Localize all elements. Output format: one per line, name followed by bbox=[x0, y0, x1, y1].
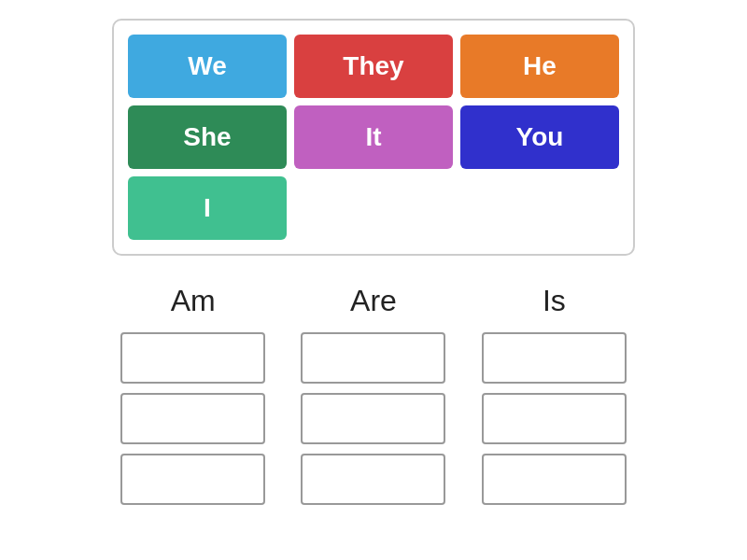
sorting-area: Am Are Is bbox=[112, 284, 635, 505]
pronoun-they[interactable]: They bbox=[294, 35, 453, 98]
column-are-header: Are bbox=[350, 284, 397, 318]
pronoun-we[interactable]: We bbox=[128, 35, 287, 98]
column-are: Are bbox=[292, 284, 454, 505]
pronoun-i[interactable]: I bbox=[128, 176, 287, 240]
drop-box-are-3[interactable] bbox=[301, 454, 445, 505]
column-is-header: Is bbox=[543, 284, 566, 318]
pronoun-he[interactable]: He bbox=[460, 35, 619, 98]
column-am-header: Am bbox=[171, 284, 216, 318]
pronoun-you[interactable]: You bbox=[460, 105, 619, 169]
pronoun-she[interactable]: She bbox=[128, 105, 287, 169]
drop-box-are-1[interactable] bbox=[301, 332, 445, 384]
drop-box-am-2[interactable] bbox=[120, 393, 265, 444]
column-am: Am bbox=[112, 284, 274, 505]
drop-box-am-1[interactable] bbox=[120, 332, 265, 384]
pronoun-it[interactable]: It bbox=[294, 105, 453, 169]
drop-box-is-2[interactable] bbox=[482, 393, 627, 444]
drop-box-are-2[interactable] bbox=[301, 393, 445, 444]
word-bank: We They He She It You I bbox=[112, 19, 635, 256]
column-is: Is bbox=[473, 284, 635, 505]
drop-box-is-3[interactable] bbox=[482, 454, 627, 505]
drop-box-am-3[interactable] bbox=[120, 454, 265, 505]
drop-box-is-1[interactable] bbox=[482, 332, 627, 384]
